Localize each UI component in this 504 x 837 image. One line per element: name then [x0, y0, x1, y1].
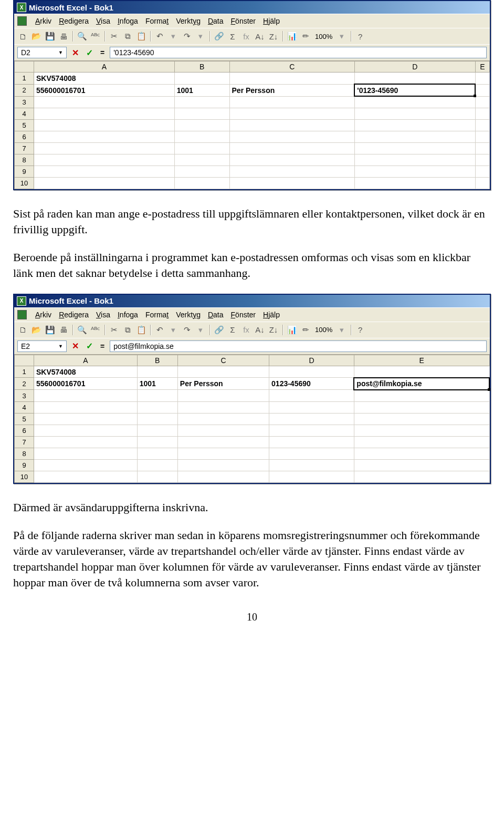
fx-icon[interactable]: fx — [240, 30, 253, 43]
cell[interactable] — [475, 96, 489, 108]
col-D[interactable]: D — [269, 355, 354, 366]
cell[interactable] — [34, 120, 175, 131]
name-box[interactable]: D2▼ — [17, 47, 67, 58]
enter-icon[interactable]: ✓ — [84, 48, 95, 58]
cell-E2[interactable]: post@filmkopia.se — [354, 378, 489, 390]
cell[interactable] — [354, 366, 489, 378]
cell[interactable] — [174, 131, 229, 143]
cell-A2[interactable]: 556000016701 — [34, 84, 175, 96]
chart-icon[interactable]: 📊 — [286, 324, 298, 336]
cell[interactable] — [137, 425, 177, 436]
cell[interactable] — [137, 448, 177, 459]
menu-fonster[interactable]: Fönster — [231, 17, 256, 25]
cell[interactable] — [137, 471, 177, 482]
cell[interactable] — [174, 120, 229, 131]
cell-D2[interactable]: 0123-45690 — [269, 378, 354, 390]
cancel-icon[interactable]: ✕ — [70, 341, 81, 351]
menu-data[interactable]: Data — [208, 17, 224, 25]
formula-input[interactable]: '0123-45690 — [110, 47, 487, 58]
menu-infoga[interactable]: Infoga — [118, 311, 138, 319]
menu-visa[interactable]: Visa — [96, 17, 110, 25]
cell[interactable] — [34, 96, 175, 108]
zoom-box[interactable]: 100% — [313, 33, 334, 40]
redo-icon[interactable]: ↷ — [181, 30, 193, 43]
menu-arkiv[interactable]: Arkiv — [35, 17, 51, 25]
select-all[interactable] — [15, 61, 34, 73]
menu-verktyg[interactable]: Verktyg — [176, 17, 201, 25]
cell[interactable] — [354, 143, 475, 154]
row-7[interactable]: 7 — [15, 143, 34, 154]
cell[interactable] — [269, 401, 354, 413]
row-10[interactable]: 10 — [15, 178, 34, 189]
sortasc-icon[interactable]: A↓ — [254, 324, 266, 336]
cell[interactable] — [137, 436, 177, 448]
formula-input[interactable]: post@filmkopia.se — [110, 340, 487, 352]
fx-icon[interactable]: fx — [240, 324, 253, 336]
cell[interactable] — [34, 459, 138, 471]
cell[interactable] — [475, 178, 489, 189]
cell[interactable] — [354, 448, 489, 459]
cell[interactable] — [269, 390, 354, 402]
cell[interactable] — [229, 166, 354, 178]
row-9[interactable]: 9 — [15, 459, 34, 471]
sortdesc-icon[interactable]: Z↓ — [267, 30, 280, 43]
chart-icon[interactable]: 📊 — [286, 30, 298, 43]
cell[interactable] — [177, 366, 269, 378]
cell[interactable] — [34, 448, 138, 459]
cell[interactable] — [269, 471, 354, 482]
cell[interactable] — [229, 73, 354, 85]
help-icon[interactable]: ? — [354, 324, 366, 336]
redo-dd-icon[interactable]: ▾ — [194, 324, 207, 336]
titlebar[interactable]: X Microsoft Excel - Bok1 — [14, 1, 490, 14]
cell[interactable] — [269, 413, 354, 425]
paste-icon[interactable]: 📋 — [135, 30, 148, 43]
cell[interactable] — [34, 131, 175, 143]
cell[interactable] — [137, 401, 177, 413]
menu-redigera[interactable]: Redigera — [59, 17, 89, 25]
menu-verktyg[interactable]: Verktyg — [176, 311, 201, 319]
sum-icon[interactable]: Σ — [226, 324, 239, 336]
cell[interactable] — [475, 143, 489, 154]
new-icon[interactable]: 🗋 — [16, 324, 29, 336]
cell[interactable] — [354, 178, 475, 189]
cell-D2[interactable]: '0123-45690 — [354, 84, 475, 96]
row-3[interactable]: 3 — [15, 390, 34, 402]
row-8[interactable]: 8 — [15, 448, 34, 459]
cell[interactable] — [34, 471, 138, 482]
cell[interactable] — [34, 143, 175, 154]
cell[interactable] — [354, 120, 475, 131]
cell-A2[interactable]: 556000016701 — [34, 378, 138, 390]
cell[interactable] — [354, 108, 475, 120]
cell[interactable] — [354, 471, 489, 482]
zoom-dd-icon[interactable]: ▾ — [335, 324, 348, 336]
preview-icon[interactable]: 🔍 — [76, 324, 88, 336]
cell[interactable] — [177, 413, 269, 425]
cancel-icon[interactable]: ✕ — [70, 48, 81, 58]
cell[interactable] — [34, 154, 175, 166]
spell-icon[interactable]: ᴬᴮᶜ — [89, 30, 102, 43]
equals-icon[interactable]: = — [98, 48, 107, 57]
cell[interactable] — [34, 401, 138, 413]
menu-hjalp[interactable]: Hjälp — [263, 311, 280, 319]
row-4[interactable]: 4 — [15, 108, 34, 120]
col-A[interactable]: A — [34, 355, 138, 366]
cell[interactable] — [354, 96, 475, 108]
row-1[interactable]: 1 — [15, 366, 34, 378]
cell[interactable] — [177, 401, 269, 413]
cell[interactable] — [354, 401, 489, 413]
row-8[interactable]: 8 — [15, 154, 34, 166]
cell[interactable] — [174, 108, 229, 120]
col-D[interactable]: D — [354, 61, 475, 73]
spreadsheet[interactable]: A B C D E 1 SKV574008 2 556000016701 100… — [14, 355, 490, 483]
link-icon[interactable]: 🔗 — [213, 324, 225, 336]
open-icon[interactable]: 📂 — [30, 324, 43, 336]
cell[interactable] — [354, 436, 489, 448]
row-3[interactable]: 3 — [15, 96, 34, 108]
cell[interactable] — [475, 120, 489, 131]
row-10[interactable]: 10 — [15, 471, 34, 482]
cut-icon[interactable]: ✂ — [108, 324, 120, 336]
cell[interactable] — [354, 390, 489, 402]
cell-B2[interactable]: 1001 — [137, 378, 177, 390]
help-icon[interactable]: ? — [354, 30, 366, 43]
cut-icon[interactable]: ✂ — [108, 30, 120, 43]
